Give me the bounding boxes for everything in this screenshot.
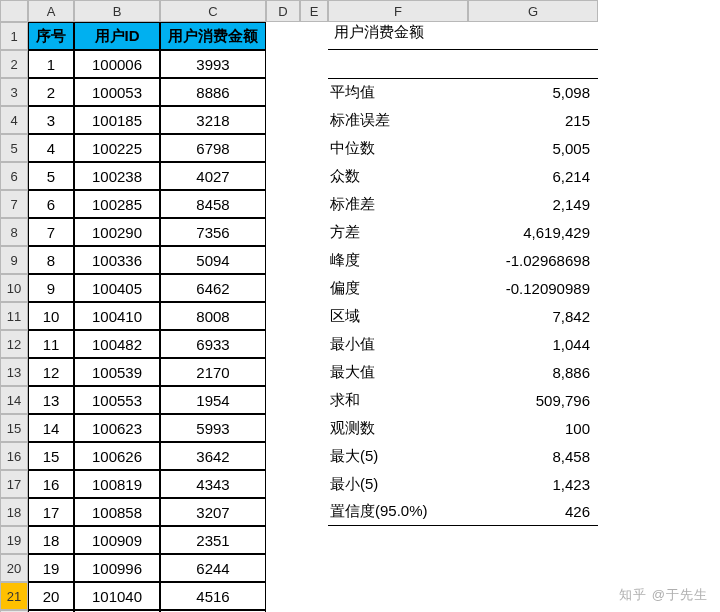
row-header-12[interactable]: 12 — [0, 330, 28, 358]
cell-amount[interactable]: 8008 — [160, 302, 266, 330]
column-header-A[interactable]: A — [28, 0, 74, 22]
cell-amount[interactable]: 4516 — [160, 582, 266, 610]
cell-blank[interactable] — [300, 190, 328, 218]
cell-amount[interactable]: 3207 — [160, 498, 266, 526]
cell-blank[interactable] — [300, 246, 328, 274]
row-header-3[interactable]: 3 — [0, 78, 28, 106]
cell-blank[interactable] — [266, 386, 300, 414]
row-header-7[interactable]: 7 — [0, 190, 28, 218]
stat-label[interactable]: 众数 — [328, 162, 468, 190]
cell-amount[interactable]: 7356 — [160, 218, 266, 246]
cell-blank[interactable] — [300, 134, 328, 162]
cell-blank[interactable] — [300, 526, 328, 554]
cell-amount[interactable]: 5993 — [160, 414, 266, 442]
cell-blank[interactable] — [266, 246, 300, 274]
cell-seq[interactable]: 20 — [28, 582, 74, 610]
cell-blank[interactable] — [300, 470, 328, 498]
cell-blank[interactable] — [266, 358, 300, 386]
cell-uid[interactable]: 100623 — [74, 414, 160, 442]
table-header-amount[interactable]: 用户消费金额 — [160, 22, 266, 50]
cell-blank[interactable] — [328, 526, 468, 554]
cell-seq[interactable]: 10 — [28, 302, 74, 330]
cell-uid[interactable]: 100858 — [74, 498, 160, 526]
cell-blank[interactable] — [266, 414, 300, 442]
cell-uid[interactable]: 100185 — [74, 106, 160, 134]
stat-value[interactable]: -0.12090989 — [468, 274, 598, 302]
cell-blank[interactable] — [328, 582, 468, 610]
cell-uid[interactable]: 100225 — [74, 134, 160, 162]
stat-label[interactable]: 最大(5) — [328, 442, 468, 470]
cell-seq[interactable]: 18 — [28, 526, 74, 554]
cell-blank[interactable] — [300, 330, 328, 358]
row-header-13[interactable]: 13 — [0, 358, 28, 386]
cell-seq[interactable]: 17 — [28, 498, 74, 526]
row-header-17[interactable]: 17 — [0, 470, 28, 498]
spreadsheet-grid[interactable]: ABCDEFG1序号用户ID用户消费金额用户消费金额21100006399332… — [0, 0, 720, 612]
cell-amount[interactable]: 3218 — [160, 106, 266, 134]
cell-uid[interactable]: 101040 — [74, 582, 160, 610]
cell-blank[interactable] — [300, 358, 328, 386]
cell-blank[interactable] — [468, 554, 598, 582]
cell-blank[interactable] — [300, 442, 328, 470]
cell-seq[interactable]: 2 — [28, 78, 74, 106]
row-header-21[interactable]: 21 — [0, 582, 28, 610]
cell-seq[interactable]: 5 — [28, 162, 74, 190]
cell-uid[interactable]: 100053 — [74, 78, 160, 106]
cell-blank[interactable] — [300, 302, 328, 330]
cell-uid[interactable]: 100405 — [74, 274, 160, 302]
cell-blank[interactable] — [328, 554, 468, 582]
select-all-corner[interactable] — [0, 0, 28, 22]
cell-amount[interactable]: 2170 — [160, 358, 266, 386]
stats-title[interactable]: 用户消费金额 — [328, 22, 598, 50]
row-header-6[interactable]: 6 — [0, 162, 28, 190]
cell-seq[interactable]: 3 — [28, 106, 74, 134]
cell-amount[interactable]: 6933 — [160, 330, 266, 358]
cell-blank[interactable] — [266, 470, 300, 498]
column-header-E[interactable]: E — [300, 0, 328, 22]
cell-blank[interactable] — [300, 22, 328, 50]
cell-amount[interactable]: 3642 — [160, 442, 266, 470]
column-header-C[interactable]: C — [160, 0, 266, 22]
stat-value[interactable]: 426 — [468, 498, 598, 526]
column-header-F[interactable]: F — [328, 0, 468, 22]
cell-blank[interactable] — [266, 274, 300, 302]
cell-seq[interactable]: 8 — [28, 246, 74, 274]
cell-blank[interactable] — [300, 414, 328, 442]
cell-uid[interactable]: 100410 — [74, 302, 160, 330]
stat-label[interactable]: 偏度 — [328, 274, 468, 302]
cell-seq[interactable]: 19 — [28, 554, 74, 582]
stat-value[interactable]: 2,149 — [468, 190, 598, 218]
cell-blank[interactable] — [266, 50, 300, 78]
cell-seq[interactable]: 4 — [28, 134, 74, 162]
stat-value[interactable]: 8,886 — [468, 358, 598, 386]
cell-blank[interactable] — [468, 582, 598, 610]
stat-label[interactable]: 最小(5) — [328, 470, 468, 498]
stat-value[interactable]: 1,044 — [468, 330, 598, 358]
cell-seq[interactable]: 12 — [28, 358, 74, 386]
cell-amount[interactable]: 2351 — [160, 526, 266, 554]
cell-blank[interactable] — [266, 526, 300, 554]
row-header-5[interactable]: 5 — [0, 134, 28, 162]
cell-amount[interactable]: 4027 — [160, 162, 266, 190]
cell-amount[interactable]: 4343 — [160, 470, 266, 498]
stat-label[interactable]: 平均值 — [328, 78, 468, 106]
stat-label[interactable]: 最大值 — [328, 358, 468, 386]
cell-blank[interactable] — [300, 386, 328, 414]
cell-blank[interactable] — [300, 218, 328, 246]
cell-blank[interactable] — [300, 162, 328, 190]
cell-seq[interactable]: 9 — [28, 274, 74, 302]
stat-label[interactable]: 标准误差 — [328, 106, 468, 134]
cell-blank[interactable] — [328, 50, 468, 78]
cell-amount[interactable]: 6462 — [160, 274, 266, 302]
row-header-8[interactable]: 8 — [0, 218, 28, 246]
stat-value[interactable]: 8,458 — [468, 442, 598, 470]
stat-label[interactable]: 观测数 — [328, 414, 468, 442]
stat-label[interactable]: 标准差 — [328, 190, 468, 218]
cell-seq[interactable]: 14 — [28, 414, 74, 442]
cell-blank[interactable] — [300, 78, 328, 106]
row-header-18[interactable]: 18 — [0, 498, 28, 526]
cell-seq[interactable]: 15 — [28, 442, 74, 470]
stat-label[interactable]: 峰度 — [328, 246, 468, 274]
cell-uid[interactable]: 100006 — [74, 50, 160, 78]
stat-value[interactable]: 100 — [468, 414, 598, 442]
